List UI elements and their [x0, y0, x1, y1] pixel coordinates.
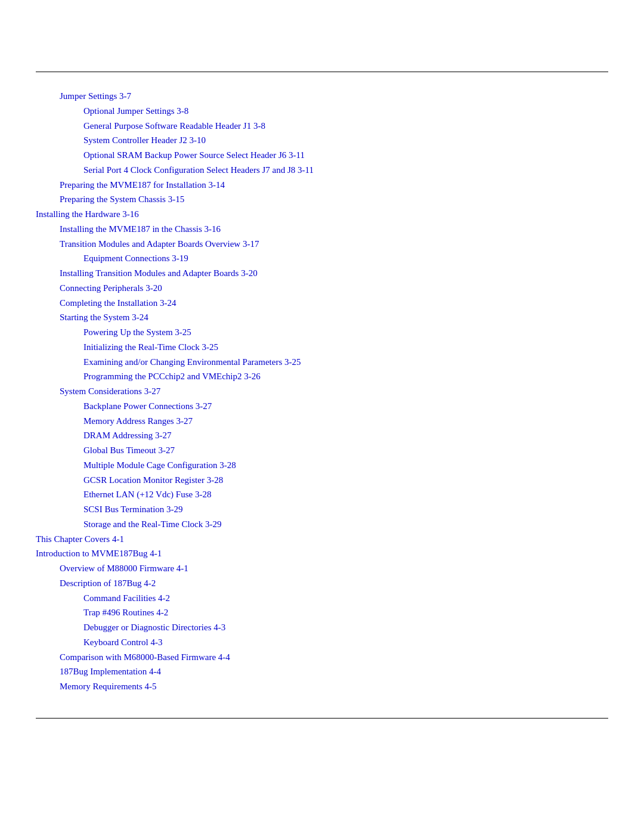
bottom-rule	[36, 718, 608, 719]
toc-entry: Installing the Hardware 3-16	[36, 207, 608, 222]
toc-entry: System Controller Header J2 3-10	[83, 133, 608, 148]
toc-entry: Equipment Connections 3-19	[83, 251, 608, 266]
toc-entry: Connecting Peripherals 3-20	[60, 281, 608, 296]
toc-entry: Programming the PCCchip2 and VMEchip2 3-…	[83, 369, 608, 384]
toc-entry: SCSI Bus Termination 3-29	[83, 502, 608, 517]
toc-entry: Installing Transition Modules and Adapte…	[60, 266, 608, 281]
toc-entry: Installing the MVME187 in the Chassis 3-…	[60, 222, 608, 237]
toc-entry: Command Facilities 4-2	[83, 591, 608, 606]
toc-entry: Comparison with M68000-Based Firmware 4-…	[60, 650, 608, 665]
toc-entry: Storage and the Real-Time Clock 3-29	[83, 517, 608, 532]
toc-entry: Starting the System 3-24	[60, 310, 608, 325]
toc-entry: Debugger or Diagnostic Directories 4-3	[83, 620, 608, 635]
toc-entry: Global Bus Timeout 3-27	[83, 443, 608, 458]
toc-entry: Overview of M88000 Firmware 4-1	[60, 561, 608, 576]
toc-content: Jumper Settings 3-7Optional Jumper Setti…	[36, 89, 608, 694]
toc-entry: 187Bug Implementation 4-4	[60, 664, 608, 679]
toc-entry: System Considerations 3-27	[60, 384, 608, 399]
toc-entry: Trap #496 Routines 4-2	[83, 605, 608, 620]
toc-entry: Optional Jumper Settings 3-8	[83, 104, 608, 119]
toc-entry: Introduction to MVME187Bug 4-1	[36, 546, 608, 561]
toc-entry: Examining and/or Changing Environmental …	[83, 355, 608, 370]
toc-entry: Serial Port 4 Clock Configuration Select…	[83, 163, 608, 178]
toc-entry: Transition Modules and Adapter Boards Ov…	[60, 237, 608, 252]
toc-entry: Preparing the System Chassis 3-15	[60, 192, 608, 207]
top-rule	[36, 72, 608, 72]
toc-entry: DRAM Addressing 3-27	[83, 428, 608, 443]
toc-entry: Completing the Installation 3-24	[60, 296, 608, 311]
toc-entry: Powering Up the System 3-25	[83, 325, 608, 340]
toc-entry: Initializing the Real-Time Clock 3-25	[83, 340, 608, 355]
toc-entry: Description of 187Bug 4-2	[60, 576, 608, 591]
toc-entry: Memory Requirements 4-5	[60, 679, 608, 694]
toc-entry: Jumper Settings 3-7	[60, 89, 608, 104]
toc-entry: General Purpose Software Readable Header…	[83, 119, 608, 134]
toc-entry: This Chapter Covers 4-1	[36, 532, 608, 547]
page-container: Jumper Settings 3-7Optional Jumper Setti…	[0, 0, 644, 833]
toc-entry: Preparing the MVME187 for Installation 3…	[60, 178, 608, 193]
toc-entry: Backplane Power Connections 3-27	[83, 399, 608, 414]
toc-entry: Keyboard Control 4-3	[83, 635, 608, 650]
toc-entry: Optional SRAM Backup Power Source Select…	[83, 148, 608, 163]
toc-entry: Ethernet LAN (+12 Vdc) Fuse 3-28	[83, 487, 608, 502]
toc-entry: Memory Address Ranges 3-27	[83, 414, 608, 429]
toc-entry: Multiple Module Cage Configuration 3-28	[83, 458, 608, 473]
toc-entry: GCSR Location Monitor Register 3-28	[83, 473, 608, 488]
